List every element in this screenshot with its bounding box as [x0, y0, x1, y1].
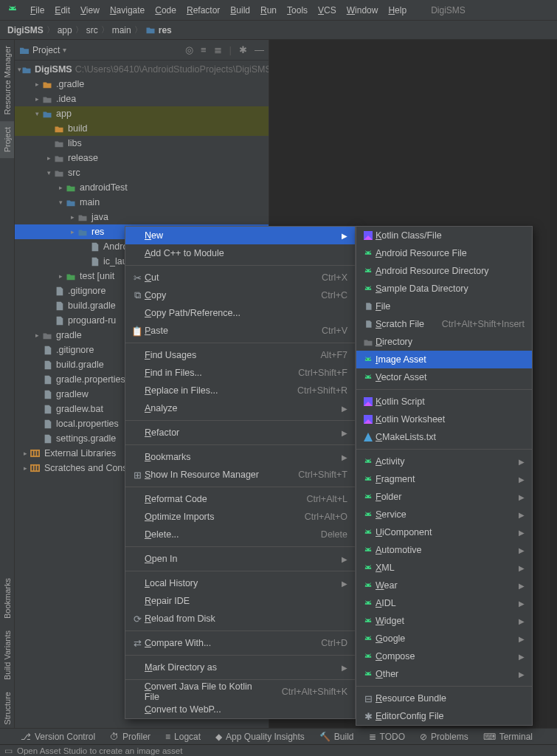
menu-item-vector-asset[interactable]: Vector Asset: [356, 368, 532, 386]
menu-item-show-in-resource-manager[interactable]: ⊞Show In Resource ManagerCtrl+Shift+T: [125, 466, 355, 484]
menu-item-convert-to-webp-[interactable]: Convert to WebP...: [125, 701, 355, 718]
collapse-all-icon[interactable]: ≣: [214, 44, 222, 55]
menu-item-add-c-to-module[interactable]: Add C++ to Module: [125, 244, 355, 262]
menu-item-service[interactable]: Service▶: [356, 506, 532, 523]
menu-item-reload-from-disk[interactable]: ⟳Reload from Disk: [125, 610, 355, 628]
menu-file[interactable]: File: [25, 4, 49, 17]
tree-item[interactable]: ▾src: [15, 165, 269, 180]
expand-all-icon[interactable]: ≡: [201, 44, 207, 55]
breadcrumb-item[interactable]: main: [112, 25, 131, 35]
menu-item-delete-[interactable]: Delete...Delete: [125, 526, 355, 543]
menu-item-directory[interactable]: Directory: [356, 333, 532, 351]
menu-item-automotive[interactable]: Automotive▶: [356, 541, 532, 559]
menu-item-compare-with-[interactable]: ⇄Compare With...Ctrl+D: [125, 634, 355, 652]
tree-item[interactable]: ·libs: [15, 136, 269, 151]
context-menu-main[interactable]: New▶Add C++ to Module✂CutCtrl+X⧉CopyCtrl…: [125, 226, 356, 719]
tree-item[interactable]: ▸androidTest: [15, 180, 269, 195]
menu-item-bookmarks[interactable]: Bookmarks▶: [125, 448, 355, 466]
left-tab-build-variants[interactable]: Build Variants: [0, 625, 14, 686]
menu-item-reformat-code[interactable]: Reformat CodeCtrl+Alt+L: [125, 490, 355, 508]
menu-item-other[interactable]: Other▶: [356, 665, 532, 683]
tree-item[interactable]: ▸release: [15, 151, 269, 165]
menu-item-kotlin-class-file[interactable]: Kotlin Class/File: [356, 227, 532, 244]
menu-window[interactable]: Window: [342, 4, 384, 17]
breadcrumb-item[interactable]: src: [86, 25, 98, 35]
breadcrumb-item[interactable]: DigiSMS: [7, 25, 44, 35]
menu-item-xml[interactable]: XML▶: [356, 559, 532, 577]
menu-item-aidl[interactable]: AIDL▶: [356, 594, 532, 612]
menu-item-folder[interactable]: Folder▶: [356, 488, 532, 506]
menu-item-copy[interactable]: ⧉CopyCtrl+C: [125, 286, 355, 304]
left-tab-structure[interactable]: Structure: [0, 686, 14, 731]
menu-tools[interactable]: Tools: [282, 4, 313, 17]
menu-edit[interactable]: Edit: [49, 4, 75, 17]
bottom-tab-version-control[interactable]: ⎇Version Control: [21, 732, 95, 742]
menu-item-activity[interactable]: Activity▶: [356, 453, 532, 470]
tree-item[interactable]: ▸.idea: [15, 92, 269, 106]
tree-item[interactable]: ▸java: [15, 210, 269, 224]
context-menu-new[interactable]: Kotlin Class/FileAndroid Resource FileAn…: [356, 226, 533, 726]
menu-item-uicomponent[interactable]: UiComponent▶: [356, 523, 532, 541]
left-tab-project[interactable]: Project: [0, 121, 14, 158]
menu-code[interactable]: Code: [150, 4, 181, 17]
menu-item-wear[interactable]: Wear▶: [356, 577, 532, 594]
breadcrumb-item[interactable]: res: [145, 25, 172, 35]
menu-item-kotlin-script[interactable]: Kotlin Script: [356, 393, 532, 410]
project-view-selector[interactable]: Project ▾: [19, 45, 66, 55]
menu-item-cut[interactable]: ✂CutCtrl+X: [125, 269, 355, 286]
menu-item-sample-data-directory[interactable]: Sample Data Directory: [356, 280, 532, 298]
menu-item-open-in[interactable]: Open In▶: [125, 550, 355, 568]
bottom-tab-profiler[interactable]: ⏱Profiler: [110, 732, 151, 742]
menu-item-mark-directory-as[interactable]: Mark Directory as▶: [125, 659, 355, 676]
menu-item-google[interactable]: Google▶: [356, 630, 532, 647]
menu-item-copy-path-reference-[interactable]: Copy Path/Reference...: [125, 304, 355, 322]
menu-vcs[interactable]: VCS: [313, 4, 342, 17]
menu-item-image-asset[interactable]: Image Asset: [356, 351, 532, 368]
menu-item-scratch-file[interactable]: Scratch FileCtrl+Alt+Shift+Insert: [356, 315, 532, 333]
menu-item-cmakelists-txt[interactable]: CMakeLists.txt: [356, 428, 532, 446]
menu-help[interactable]: Help: [383, 4, 412, 17]
menu-item-replace-in-files-[interactable]: Replace in Files...Ctrl+Shift+R: [125, 382, 355, 399]
menu-item-kotlin-worksheet[interactable]: Kotlin Worksheet: [356, 410, 532, 428]
menu-item-fragment[interactable]: Fragment▶: [356, 470, 532, 488]
menu-item-android-resource-directory[interactable]: Android Resource Directory: [356, 262, 532, 280]
menu-item-compose[interactable]: Compose▶: [356, 647, 532, 665]
menu-item-find-usages[interactable]: Find UsagesAlt+F7: [125, 346, 355, 364]
left-tab-resource-manager[interactable]: Resource Manager: [0, 40, 14, 121]
menu-item-editorconfig-file[interactable]: ✱EditorConfig File: [356, 707, 532, 725]
menu-item-resource-bundle[interactable]: ⊟Resource Bundle: [356, 690, 532, 707]
menu-item-convert-java-file-to-kotlin-file[interactable]: Convert Java File to Kotlin FileCtrl+Alt…: [125, 683, 355, 701]
menu-item-repair-ide[interactable]: Repair IDE: [125, 592, 355, 610]
tree-item[interactable]: ▾main: [15, 195, 269, 210]
tree-item[interactable]: ▾app: [15, 106, 269, 121]
left-tab-bookmarks[interactable]: Bookmarks: [0, 572, 14, 625]
menu-navigate[interactable]: Navigate: [105, 4, 150, 17]
menu-view[interactable]: View: [75, 4, 105, 17]
menu-item-android-resource-file[interactable]: Android Resource File: [356, 244, 532, 262]
menu-item-optimize-imports[interactable]: Optimize ImportsCtrl+Alt+O: [125, 508, 355, 526]
hide-icon[interactable]: —: [255, 44, 264, 55]
breadcrumb-item[interactable]: app: [58, 25, 72, 35]
menu-build[interactable]: Build: [225, 4, 255, 17]
tree-root[interactable]: ▾DigiSMS C:\Users\96410\AndroidStudioPro…: [15, 62, 269, 77]
bottom-tab-terminal[interactable]: ⌨Terminal: [483, 732, 533, 742]
bottom-tab-logcat[interactable]: ≡Logcat: [165, 732, 201, 742]
menu-item-analyze[interactable]: Analyze▶: [125, 399, 355, 417]
bottom-tab-todo[interactable]: ≣TODO: [369, 732, 405, 742]
tree-item[interactable]: ·build: [15, 121, 269, 136]
menu-item-new[interactable]: New▶: [125, 227, 355, 244]
bottom-tab-problems[interactable]: ⊘Problems: [420, 732, 468, 742]
menu-run[interactable]: Run: [255, 4, 282, 17]
tree-item[interactable]: ▸.gradle: [15, 77, 269, 92]
menu-item-paste[interactable]: 📋PasteCtrl+V: [125, 322, 355, 340]
select-opened-file-icon[interactable]: ◎: [185, 44, 193, 55]
settings-icon[interactable]: ✱: [239, 44, 247, 55]
menu-item-widget[interactable]: Widget▶: [356, 612, 532, 630]
menu-item-refactor[interactable]: Refactor▶: [125, 424, 355, 441]
bottom-tab-build[interactable]: 🔨Build: [319, 732, 354, 742]
menu-refactor[interactable]: Refactor: [181, 4, 225, 17]
bottom-tab-app-quality-insights[interactable]: ◆App Quality Insights: [215, 732, 305, 742]
menu-item-local-history[interactable]: Local History▶: [125, 574, 355, 592]
menu-item-file[interactable]: File: [356, 298, 532, 315]
menu-item-find-in-files-[interactable]: Find in Files...Ctrl+Shift+F: [125, 364, 355, 382]
